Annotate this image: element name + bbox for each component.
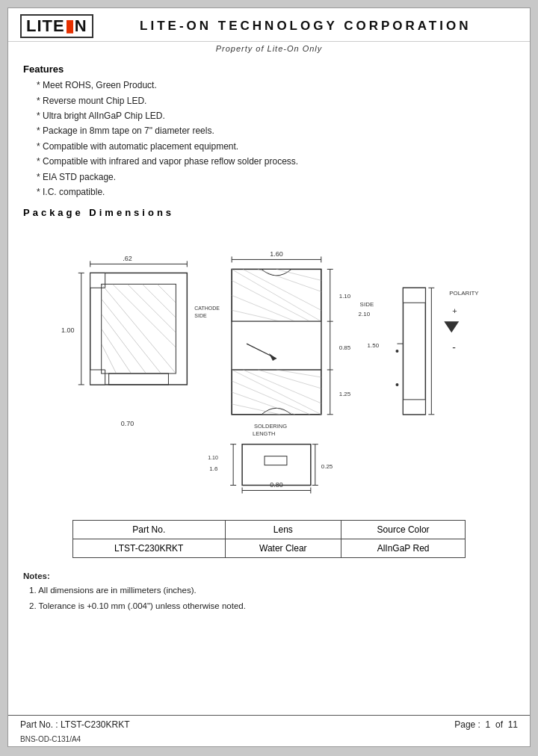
package-title: Package Dimensions <box>23 207 515 218</box>
svg-text:1.6: 1.6 <box>209 465 218 472</box>
note-item-1: 1. All dimensions are in millimeters (in… <box>29 583 515 598</box>
cell-lens: Water Clear <box>225 539 341 558</box>
logo-text: LITE▮N <box>26 16 87 35</box>
svg-text:0.70: 0.70 <box>121 420 134 427</box>
page-label: Page : <box>454 719 480 730</box>
header: LITE▮N LITE-ON TECHNOLOGY CORPORATION <box>8 8 530 42</box>
svg-text:0.80: 0.80 <box>270 482 282 489</box>
svg-line-10 <box>102 344 117 374</box>
svg-text:0.25: 0.25 <box>321 463 333 470</box>
parts-table: Part No. Lens Source Color LTST-C230KRKT… <box>72 520 466 558</box>
notes-section: Notes: 1. All dimensions are in millimet… <box>23 568 515 616</box>
svg-line-7 <box>102 300 161 374</box>
svg-line-38 <box>258 370 321 388</box>
notes-title: Notes: <box>23 571 515 580</box>
footer-bottom: BNS-OD-C131/A4 <box>8 734 530 746</box>
svg-marker-82 <box>444 321 459 332</box>
svg-text:0.85: 0.85 <box>339 344 351 351</box>
svg-point-88 <box>395 350 398 353</box>
of-label: of <box>495 719 503 730</box>
feature-item: I.C. compatible. <box>37 185 515 199</box>
note-item-2: 2. Tolerance is +0.10 mm (.004") unless … <box>29 598 515 614</box>
svg-line-9 <box>102 329 132 374</box>
feature-item: Package in 8mm tape on 7" diameter reels… <box>37 123 515 138</box>
cell-part-no: LTST-C230KRKT <box>72 539 225 558</box>
svg-text:+: + <box>452 307 457 316</box>
svg-text:SOLDERING: SOLDERING <box>254 423 287 430</box>
svg-text:1.50: 1.50 <box>368 342 380 349</box>
svg-line-3 <box>113 285 176 348</box>
svg-point-89 <box>395 383 398 386</box>
doc-number: BNS-OD-C131/A4 <box>20 735 81 743</box>
svg-text:1.60: 1.60 <box>270 251 282 258</box>
svg-line-6 <box>157 285 176 303</box>
cell-source-color: AlInGaP Red <box>341 539 465 558</box>
svg-line-39 <box>276 370 321 377</box>
svg-text:1.25: 1.25 <box>339 391 351 397</box>
svg-text:LENGTH: LENGTH <box>253 430 275 437</box>
footer: Part No. : LTST-C230KRKT Page : 1 of 11 <box>8 715 530 734</box>
svg-rect-75 <box>403 288 425 303</box>
logo: LITE▮N <box>20 14 93 38</box>
svg-text:POLARITY: POLARITY <box>449 291 479 297</box>
svg-text:1.10: 1.10 <box>339 294 351 300</box>
svg-rect-60 <box>265 456 287 465</box>
svg-line-37 <box>243 370 321 403</box>
diagram-svg: .62 1.00 CATHODE SIDE 0.70 <box>23 224 515 508</box>
svg-rect-32 <box>232 321 321 370</box>
svg-text:2.10: 2.10 <box>359 312 371 318</box>
footer-page-info: Page : 1 of 11 <box>454 719 518 730</box>
feature-item: EIA STD package. <box>37 170 515 185</box>
table-header-row: Part No. Lens Source Color <box>72 521 465 539</box>
col-part-no: Part No. <box>72 521 225 539</box>
features-title: Features <box>23 63 515 75</box>
svg-line-8 <box>102 315 146 374</box>
feature-item: Reverse mount Chip LED. <box>37 93 515 108</box>
document-page: LITE▮N LITE-ON TECHNOLOGY CORPORATION Pr… <box>7 7 531 747</box>
footer-part-no: Part No. : LTST-C230KRKT <box>20 719 130 730</box>
svg-text:.62: .62 <box>123 255 132 263</box>
main-content: Features Meet ROHS, Green Product. Rever… <box>8 58 530 715</box>
table-row: LTST-C230KRKT Water Clear AlInGaP Red <box>72 539 465 558</box>
svg-text:SIDE: SIDE <box>360 302 374 309</box>
feature-item: Compatible with infrared and vapor phase… <box>37 154 515 169</box>
feature-item: Compatible with automatic placement equi… <box>37 139 515 154</box>
svg-rect-76 <box>403 400 425 415</box>
page-number: 1 <box>486 719 491 730</box>
svg-text:CATHODE: CATHODE <box>194 306 220 312</box>
col-source-color: Source Color <box>341 521 465 539</box>
package-diagram: .62 1.00 CATHODE SIDE 0.70 <box>23 224 515 508</box>
logo-area: LITE▮N <box>20 14 93 38</box>
svg-line-28 <box>276 270 321 281</box>
company-name: LITE-ON TECHNOLOGY CORPORATION <box>93 19 518 34</box>
svg-line-31 <box>232 311 280 322</box>
subtitle: Property of Lite-On Only <box>8 42 530 58</box>
svg-line-29 <box>232 281 310 322</box>
svg-line-4 <box>128 285 176 333</box>
col-lens: Lens <box>225 521 341 539</box>
svg-line-5 <box>143 285 176 318</box>
features-list: Meet ROHS, Green Product. Reverse mount … <box>23 78 515 199</box>
total-pages: 11 <box>508 719 518 730</box>
svg-line-41 <box>232 392 295 415</box>
feature-item: Meet ROHS, Green Product. <box>37 78 515 93</box>
svg-rect-11 <box>109 374 169 385</box>
feature-item: Ultra bright AlInGaP Chip LED. <box>37 108 515 123</box>
svg-rect-74 <box>403 288 425 415</box>
svg-text:SIDE: SIDE <box>194 314 207 319</box>
svg-line-26 <box>243 270 321 311</box>
svg-text:1.00: 1.00 <box>61 326 74 334</box>
svg-text:-: - <box>452 341 456 353</box>
svg-text:1.10: 1.10 <box>208 455 218 460</box>
